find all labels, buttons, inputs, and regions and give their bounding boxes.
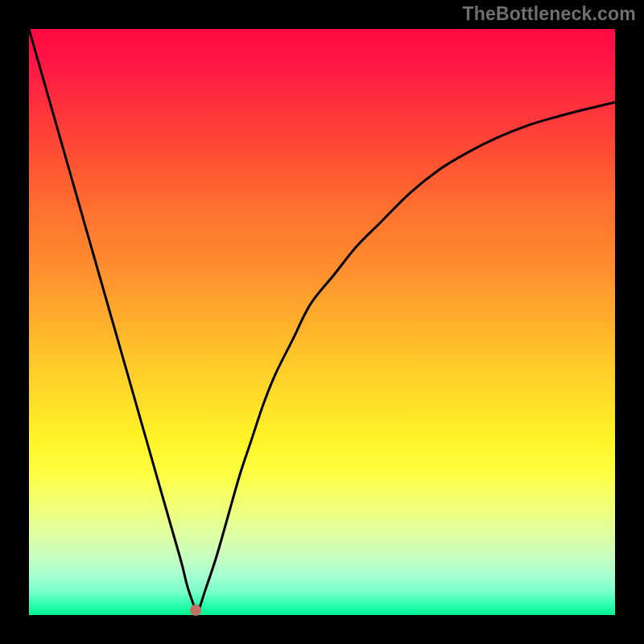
watermark-text: TheBottleneck.com [462, 5, 636, 23]
bottleneck-curve [29, 29, 615, 611]
plot-area [29, 29, 615, 615]
minimum-marker [190, 605, 201, 616]
curve-svg [29, 29, 615, 615]
chart-stage: TheBottleneck.com [0, 0, 644, 644]
